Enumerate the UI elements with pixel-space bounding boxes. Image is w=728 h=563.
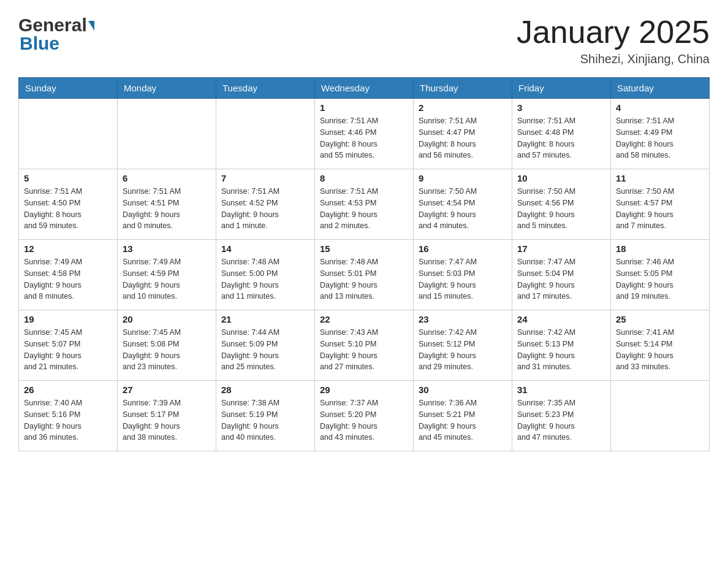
day-info: Sunrise: 7:51 AM Sunset: 4:51 PM Dayligh… <box>123 186 211 232</box>
day-number: 22 <box>320 314 408 324</box>
calendar-cell: 9Sunrise: 7:50 AM Sunset: 4:54 PM Daylig… <box>414 169 512 240</box>
calendar-cell: 6Sunrise: 7:51 AM Sunset: 4:51 PM Daylig… <box>118 169 216 240</box>
month-title: January 2025 <box>517 15 710 50</box>
day-number: 3 <box>517 102 605 113</box>
day-info: Sunrise: 7:39 AM Sunset: 5:17 PM Dayligh… <box>123 397 211 443</box>
calendar-cell: 19Sunrise: 7:45 AM Sunset: 5:07 PM Dayli… <box>19 310 118 381</box>
day-info: Sunrise: 7:41 AM Sunset: 5:14 PM Dayligh… <box>616 327 704 373</box>
calendar-cell <box>611 381 710 451</box>
day-number: 25 <box>616 314 704 324</box>
day-info: Sunrise: 7:48 AM Sunset: 5:00 PM Dayligh… <box>221 256 309 302</box>
day-info: Sunrise: 7:51 AM Sunset: 4:50 PM Dayligh… <box>24 186 112 232</box>
day-header-tuesday: Tuesday <box>216 78 315 99</box>
calendar-cell: 30Sunrise: 7:36 AM Sunset: 5:21 PM Dayli… <box>414 381 512 451</box>
calendar-cell: 5Sunrise: 7:51 AM Sunset: 4:50 PM Daylig… <box>19 169 118 240</box>
calendar-body: 1Sunrise: 7:51 AM Sunset: 4:46 PM Daylig… <box>19 99 710 451</box>
day-info: Sunrise: 7:44 AM Sunset: 5:09 PM Dayligh… <box>221 327 309 373</box>
calendar-cell: 16Sunrise: 7:47 AM Sunset: 5:03 PM Dayli… <box>414 240 512 310</box>
day-number: 10 <box>517 173 605 183</box>
page-header: General Blue January 2025 Shihezi, Xinji… <box>18 15 710 66</box>
day-number: 23 <box>419 314 507 324</box>
calendar-cell: 12Sunrise: 7:49 AM Sunset: 4:58 PM Dayli… <box>19 240 118 310</box>
day-number: 7 <box>221 173 309 183</box>
calendar-cell: 10Sunrise: 7:50 AM Sunset: 4:56 PM Dayli… <box>512 169 611 240</box>
day-info: Sunrise: 7:42 AM Sunset: 5:12 PM Dayligh… <box>419 327 507 373</box>
calendar-cell: 4Sunrise: 7:51 AM Sunset: 4:49 PM Daylig… <box>611 99 710 169</box>
calendar-cell: 1Sunrise: 7:51 AM Sunset: 4:46 PM Daylig… <box>315 99 414 169</box>
day-info: Sunrise: 7:50 AM Sunset: 4:54 PM Dayligh… <box>419 186 507 232</box>
day-number: 15 <box>320 243 408 254</box>
week-row-4: 19Sunrise: 7:45 AM Sunset: 5:07 PM Dayli… <box>19 310 710 381</box>
calendar-cell: 22Sunrise: 7:43 AM Sunset: 5:10 PM Dayli… <box>315 310 414 381</box>
week-row-3: 12Sunrise: 7:49 AM Sunset: 4:58 PM Dayli… <box>19 240 710 310</box>
calendar-cell: 18Sunrise: 7:46 AM Sunset: 5:05 PM Dayli… <box>611 240 710 310</box>
calendar-table: SundayMondayTuesdayWednesdayThursdayFrid… <box>18 77 710 451</box>
calendar-cell: 21Sunrise: 7:44 AM Sunset: 5:09 PM Dayli… <box>216 310 315 381</box>
calendar-cell: 15Sunrise: 7:48 AM Sunset: 5:01 PM Dayli… <box>315 240 414 310</box>
day-number: 9 <box>419 173 507 183</box>
calendar-cell: 24Sunrise: 7:42 AM Sunset: 5:13 PM Dayli… <box>512 310 611 381</box>
day-number: 27 <box>123 385 211 395</box>
week-row-1: 1Sunrise: 7:51 AM Sunset: 4:46 PM Daylig… <box>19 99 710 169</box>
location-text: Shihezi, Xinjiang, China <box>517 52 710 66</box>
day-number: 19 <box>24 314 112 324</box>
calendar-cell: 23Sunrise: 7:42 AM Sunset: 5:12 PM Dayli… <box>414 310 512 381</box>
logo-blue-text: Blue <box>18 33 59 54</box>
day-info: Sunrise: 7:51 AM Sunset: 4:52 PM Dayligh… <box>221 186 309 232</box>
day-info: Sunrise: 7:51 AM Sunset: 4:49 PM Dayligh… <box>616 115 704 161</box>
day-info: Sunrise: 7:45 AM Sunset: 5:08 PM Dayligh… <box>123 327 211 373</box>
calendar-cell: 13Sunrise: 7:49 AM Sunset: 4:59 PM Dayli… <box>118 240 216 310</box>
day-number: 28 <box>221 385 309 395</box>
day-info: Sunrise: 7:50 AM Sunset: 4:57 PM Dayligh… <box>616 186 704 232</box>
logo-general-text: General <box>18 15 87 36</box>
day-info: Sunrise: 7:51 AM Sunset: 4:53 PM Dayligh… <box>320 186 408 232</box>
calendar-cell: 29Sunrise: 7:37 AM Sunset: 5:20 PM Dayli… <box>315 381 414 451</box>
day-info: Sunrise: 7:36 AM Sunset: 5:21 PM Dayligh… <box>419 397 507 443</box>
day-info: Sunrise: 7:50 AM Sunset: 4:56 PM Dayligh… <box>517 186 605 232</box>
calendar-cell: 17Sunrise: 7:47 AM Sunset: 5:04 PM Dayli… <box>512 240 611 310</box>
day-number: 6 <box>123 173 211 183</box>
day-number: 1 <box>320 102 408 113</box>
week-row-5: 26Sunrise: 7:40 AM Sunset: 5:16 PM Dayli… <box>19 381 710 451</box>
day-number: 11 <box>616 173 704 183</box>
day-info: Sunrise: 7:48 AM Sunset: 5:01 PM Dayligh… <box>320 256 408 302</box>
calendar-cell <box>118 99 216 169</box>
day-number: 24 <box>517 314 605 324</box>
day-info: Sunrise: 7:49 AM Sunset: 4:58 PM Dayligh… <box>24 256 112 302</box>
calendar-cell: 3Sunrise: 7:51 AM Sunset: 4:48 PM Daylig… <box>512 99 611 169</box>
day-header-thursday: Thursday <box>414 78 512 99</box>
calendar-cell: 31Sunrise: 7:35 AM Sunset: 5:23 PM Dayli… <box>512 381 611 451</box>
day-info: Sunrise: 7:43 AM Sunset: 5:10 PM Dayligh… <box>320 327 408 373</box>
calendar-cell: 28Sunrise: 7:38 AM Sunset: 5:19 PM Dayli… <box>216 381 315 451</box>
day-info: Sunrise: 7:35 AM Sunset: 5:23 PM Dayligh… <box>517 397 605 443</box>
day-number: 26 <box>24 385 112 395</box>
day-number: 29 <box>320 385 408 395</box>
calendar-cell: 11Sunrise: 7:50 AM Sunset: 4:57 PM Dayli… <box>611 169 710 240</box>
day-header-sunday: Sunday <box>19 78 118 99</box>
calendar-cell: 27Sunrise: 7:39 AM Sunset: 5:17 PM Dayli… <box>118 381 216 451</box>
calendar-cell <box>216 99 315 169</box>
day-number: 4 <box>616 102 704 113</box>
calendar-cell: 8Sunrise: 7:51 AM Sunset: 4:53 PM Daylig… <box>315 169 414 240</box>
day-header-wednesday: Wednesday <box>315 78 414 99</box>
calendar-cell: 26Sunrise: 7:40 AM Sunset: 5:16 PM Dayli… <box>19 381 118 451</box>
calendar-header: SundayMondayTuesdayWednesdayThursdayFrid… <box>19 78 710 99</box>
day-info: Sunrise: 7:51 AM Sunset: 4:46 PM Dayligh… <box>320 115 408 161</box>
day-info: Sunrise: 7:47 AM Sunset: 5:03 PM Dayligh… <box>419 256 507 302</box>
day-info: Sunrise: 7:51 AM Sunset: 4:48 PM Dayligh… <box>517 115 605 161</box>
day-number: 14 <box>221 243 309 254</box>
logo: General Blue <box>18 15 94 54</box>
day-number: 2 <box>419 102 507 113</box>
day-number: 30 <box>419 385 507 395</box>
day-info: Sunrise: 7:47 AM Sunset: 5:04 PM Dayligh… <box>517 256 605 302</box>
day-info: Sunrise: 7:37 AM Sunset: 5:20 PM Dayligh… <box>320 397 408 443</box>
day-number: 18 <box>616 243 704 254</box>
calendar-cell: 25Sunrise: 7:41 AM Sunset: 5:14 PM Dayli… <box>611 310 710 381</box>
day-number: 17 <box>517 243 605 254</box>
title-block: January 2025 Shihezi, Xinjiang, China <box>517 15 710 66</box>
day-info: Sunrise: 7:51 AM Sunset: 4:47 PM Dayligh… <box>419 115 507 161</box>
day-header-friday: Friday <box>512 78 611 99</box>
day-info: Sunrise: 7:46 AM Sunset: 5:05 PM Dayligh… <box>616 256 704 302</box>
day-number: 12 <box>24 243 112 254</box>
calendar-cell: 20Sunrise: 7:45 AM Sunset: 5:08 PM Dayli… <box>118 310 216 381</box>
